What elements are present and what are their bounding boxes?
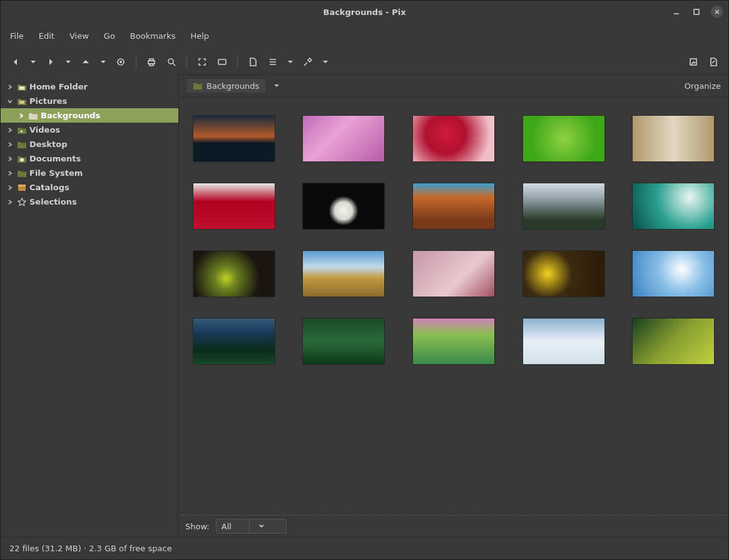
tree-desktop[interactable]: Desktop xyxy=(1,137,178,151)
thumbnail-image[interactable] xyxy=(303,183,384,229)
folder-home-icon xyxy=(17,82,27,92)
thumbnail[interactable] xyxy=(295,183,393,229)
thumbnail[interactable] xyxy=(624,318,722,364)
nav-back-dropdown[interactable] xyxy=(27,53,39,71)
thumbnail-image[interactable] xyxy=(413,116,494,161)
new-file-button[interactable] xyxy=(244,53,262,71)
reload-button[interactable] xyxy=(112,53,130,71)
thumbnail-image[interactable] xyxy=(303,318,384,364)
tree-videos[interactable]: Videos xyxy=(1,123,178,137)
expand-icon[interactable] xyxy=(6,99,14,104)
slideshow-button[interactable] xyxy=(213,53,231,71)
menu-help[interactable]: Help xyxy=(183,29,216,43)
menu-view[interactable]: View xyxy=(63,29,96,43)
breadcrumb-current[interactable]: Backgrounds xyxy=(186,79,265,93)
nav-up-button[interactable] xyxy=(77,53,94,71)
thumbnail[interactable] xyxy=(185,251,283,297)
tree-label: Documents xyxy=(29,154,81,163)
expand-icon[interactable] xyxy=(6,128,14,133)
thumbnail-image[interactable] xyxy=(193,251,275,297)
properties-button[interactable] xyxy=(685,53,702,71)
thumbnail[interactable] xyxy=(185,183,283,229)
tree-backgrounds[interactable]: Backgrounds xyxy=(1,108,178,123)
menu-bookmarks[interactable]: Bookmarks xyxy=(123,29,183,43)
expand-icon[interactable] xyxy=(17,113,26,118)
edit-image-button[interactable] xyxy=(705,53,722,71)
tree-home-folder[interactable]: Home Folder xyxy=(1,79,178,94)
svg-point-2 xyxy=(120,61,122,63)
tree-filesystem[interactable]: File System xyxy=(1,166,178,180)
tools-button[interactable] xyxy=(299,53,317,71)
thumbnail-image[interactable] xyxy=(413,251,494,297)
thumbnail[interactable] xyxy=(295,318,393,364)
thumbnail-area[interactable] xyxy=(179,97,728,515)
thumbnail-image[interactable] xyxy=(523,116,604,161)
thumbnail-image[interactable] xyxy=(413,318,494,364)
maximize-button[interactable] xyxy=(691,6,702,18)
thumbnail[interactable] xyxy=(624,183,722,229)
thumbnail[interactable] xyxy=(405,183,502,229)
menu-go[interactable]: Go xyxy=(97,29,122,43)
thumbnail-image[interactable] xyxy=(413,183,494,229)
thumbnail[interactable] xyxy=(515,318,613,364)
nav-up-dropdown[interactable] xyxy=(97,53,110,71)
menu-file[interactable]: File xyxy=(3,29,31,43)
tree-documents[interactable]: Documents xyxy=(1,151,178,166)
minimize-button[interactable] xyxy=(671,6,682,18)
thumbnail[interactable] xyxy=(185,318,283,364)
menu-edit[interactable]: Edit xyxy=(32,29,61,43)
nav-back-button[interactable] xyxy=(7,53,24,71)
thumbnail-image[interactable] xyxy=(633,251,714,297)
thumbnail[interactable] xyxy=(405,116,502,161)
breadcrumb-dropdown[interactable] xyxy=(269,83,284,89)
thumbnail[interactable] xyxy=(515,116,613,161)
thumbnail-image[interactable] xyxy=(523,183,604,229)
thumbnail[interactable] xyxy=(295,116,393,161)
fullscreen-button[interactable] xyxy=(193,53,211,71)
thumbnail[interactable] xyxy=(515,251,613,297)
main-area: Backgrounds Organize Show: All xyxy=(179,74,728,537)
expand-icon[interactable] xyxy=(6,156,14,161)
folder-videos-icon xyxy=(17,125,27,135)
thumbnail-image[interactable] xyxy=(193,183,275,229)
thumbnail[interactable] xyxy=(515,183,613,229)
thumbnail-image[interactable] xyxy=(633,318,714,364)
expand-icon[interactable] xyxy=(6,185,14,190)
expand-icon[interactable] xyxy=(6,200,14,205)
thumbnail-image[interactable] xyxy=(193,116,275,161)
thumbnail[interactable] xyxy=(295,251,393,297)
tree-selections[interactable]: Selections xyxy=(1,195,178,209)
thumbnail[interactable] xyxy=(624,251,722,297)
folder-icon xyxy=(193,81,203,91)
close-button[interactable] xyxy=(711,6,723,18)
nav-forward-button[interactable] xyxy=(42,53,59,71)
thumbnail-image[interactable] xyxy=(633,183,714,229)
nav-forward-dropdown[interactable] xyxy=(62,53,74,71)
expand-icon[interactable] xyxy=(6,84,14,89)
thumbnail-image[interactable] xyxy=(193,318,275,364)
expand-icon[interactable] xyxy=(6,171,14,176)
folder-filesystem-icon xyxy=(17,168,27,178)
thumbnail[interactable] xyxy=(624,116,722,161)
thumbnail-image[interactable] xyxy=(633,116,714,161)
thumbnail-image[interactable] xyxy=(523,251,604,297)
organize-button[interactable]: Organize xyxy=(685,81,721,91)
filter-value: All xyxy=(217,522,249,531)
thumbnail[interactable] xyxy=(185,116,283,161)
search-button[interactable] xyxy=(163,53,180,71)
view-mode-button[interactable] xyxy=(264,53,282,71)
thumbnail-image[interactable] xyxy=(523,318,604,364)
location-bar: Backgrounds Organize xyxy=(179,74,728,97)
filter-select[interactable]: All xyxy=(216,519,287,534)
view-mode-dropdown[interactable] xyxy=(284,53,297,71)
expand-icon[interactable] xyxy=(6,142,14,147)
thumbnail-image[interactable] xyxy=(303,251,384,297)
print-button[interactable] xyxy=(143,53,160,71)
svg-rect-10 xyxy=(19,101,24,104)
tree-pictures[interactable]: Pictures xyxy=(1,94,178,108)
thumbnail[interactable] xyxy=(405,318,502,364)
thumbnail-image[interactable] xyxy=(303,116,384,161)
tools-dropdown[interactable] xyxy=(319,53,332,71)
thumbnail[interactable] xyxy=(405,251,502,297)
tree-catalogs[interactable]: Catalogs xyxy=(1,180,178,195)
